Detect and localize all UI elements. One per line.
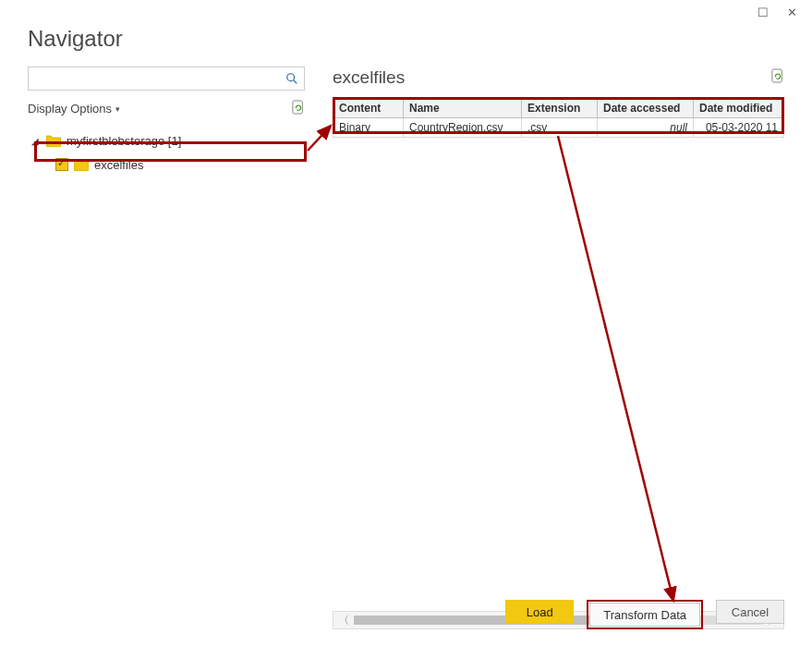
- cell-extension: .csv: [522, 118, 598, 138]
- transform-data-button-label: Transform Data: [603, 608, 686, 622]
- cancel-button[interactable]: Cancel: [716, 600, 784, 624]
- cell-content: Binary: [333, 118, 404, 138]
- col-content[interactable]: Content: [333, 99, 404, 118]
- window-title: Navigator: [28, 26, 123, 52]
- load-button[interactable]: Load: [505, 600, 574, 624]
- col-extension[interactable]: Extension: [522, 99, 598, 118]
- search-icon: [285, 72, 298, 85]
- search-box[interactable]: [28, 67, 305, 91]
- refresh-icon[interactable]: [771, 68, 784, 87]
- folder-icon: [74, 158, 89, 171]
- cancel-button-label: Cancel: [732, 605, 769, 619]
- cell-date-accessed: null: [598, 118, 694, 138]
- scroll-left-icon[interactable]: 〈: [333, 613, 354, 628]
- table-row[interactable]: Binary CountryRegion.csv .csv null 05-03…: [333, 118, 784, 138]
- col-date-accessed[interactable]: Date accessed: [598, 99, 694, 118]
- cell-date-modified: 05-03-2020 11: [694, 118, 784, 138]
- tree-item-excelfiles[interactable]: excelfiles: [28, 152, 305, 177]
- col-name[interactable]: Name: [404, 99, 522, 118]
- display-options-label: Display Options: [28, 102, 112, 116]
- tree-item-excelfiles-label: excelfiles: [94, 158, 143, 172]
- preview-table: Content Name Extension Date accessed Dat…: [333, 98, 784, 138]
- close-icon[interactable]: ✕: [787, 6, 797, 19]
- folder-icon: [46, 134, 61, 147]
- display-options-dropdown[interactable]: Display Options ▾: [28, 102, 120, 116]
- chevron-down-icon: ▾: [115, 104, 120, 114]
- tree-item-root-label: myfirstblobstorage [1]: [67, 134, 181, 148]
- refresh-icon[interactable]: [292, 100, 305, 117]
- cell-name: CountryRegion.csv: [404, 118, 522, 138]
- expand-icon[interactable]: ◢: [31, 136, 42, 146]
- table-header-row: Content Name Extension Date accessed Dat…: [333, 99, 784, 118]
- transform-data-button[interactable]: Transform Data: [589, 603, 700, 627]
- panel-title: excelfiles: [333, 67, 405, 88]
- tree-item-root[interactable]: ◢ myfirstblobstorage [1]: [28, 128, 305, 152]
- tree-item-checkbox[interactable]: [55, 158, 68, 171]
- col-date-modified[interactable]: Date modified: [694, 99, 784, 118]
- load-button-label: Load: [527, 605, 553, 619]
- svg-point-0: [287, 74, 295, 81]
- transform-data-highlight: Transform Data: [587, 600, 703, 629]
- svg-line-1: [294, 80, 297, 84]
- maximize-icon[interactable]: ☐: [757, 6, 769, 19]
- search-input[interactable]: [34, 68, 285, 89]
- tree: ◢ myfirstblobstorage [1] excelfiles: [28, 128, 305, 177]
